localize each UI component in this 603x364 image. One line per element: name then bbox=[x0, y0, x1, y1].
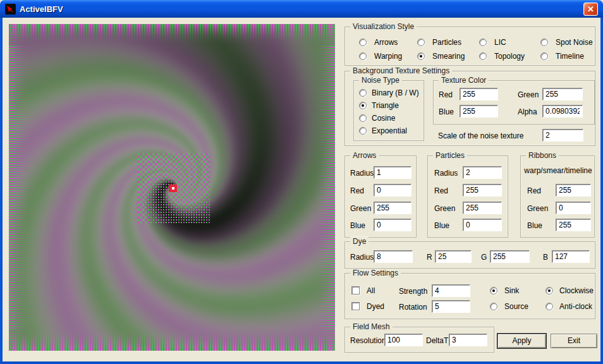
radio-anticlock-label: Anti-clock bbox=[559, 302, 592, 311]
radio-triangle-label: Triangle bbox=[372, 101, 399, 110]
texture-red-label: Red bbox=[439, 90, 453, 99]
window-border-bottom bbox=[0, 361, 603, 364]
radio-particles[interactable] bbox=[417, 39, 425, 46]
radio-binary-label: Binary (B / W) bbox=[372, 88, 419, 97]
rotation-input[interactable] bbox=[432, 300, 470, 313]
group-noise-type: Noise Type Binary (B / W) Triangle Cosin… bbox=[353, 80, 424, 141]
group-label: Field Mesh bbox=[350, 322, 393, 331]
group-label: Flow Settings bbox=[350, 269, 401, 277]
noise-scale-input[interactable] bbox=[542, 129, 583, 142]
radio-exponential[interactable] bbox=[359, 127, 367, 135]
radio-arrows-label: Arrows bbox=[374, 38, 398, 47]
flow-visualization-canvas[interactable] bbox=[9, 24, 335, 351]
particles-green-input[interactable] bbox=[463, 202, 502, 214]
window-title: ActiveIBFV bbox=[20, 4, 63, 14]
radio-smearing[interactable] bbox=[417, 52, 425, 60]
radio-sink-label: Sink bbox=[504, 286, 519, 295]
radio-arrows[interactable] bbox=[359, 39, 367, 46]
texture-green-input[interactable] bbox=[542, 88, 583, 100]
group-arrows: Arrows Radius Red Green Blue bbox=[344, 155, 417, 238]
apply-button[interactable]: Apply bbox=[497, 334, 546, 348]
texture-alpha-input[interactable] bbox=[542, 105, 583, 118]
texture-alpha-label: Alpha bbox=[518, 107, 537, 116]
window-border-left bbox=[0, 18, 3, 364]
particles-blue-label: Blue bbox=[434, 221, 449, 230]
radio-source[interactable] bbox=[490, 303, 497, 310]
group-particles: Particles Radius Red Green Blue bbox=[427, 155, 508, 238]
arrows-radius-label: Radius bbox=[350, 169, 374, 178]
group-texture-color: Texture Color Red Green Blue Alpha bbox=[433, 80, 595, 124]
group-label: Particles bbox=[433, 151, 467, 160]
group-field-mesh: Field Mesh Resolution DeltaT bbox=[344, 327, 494, 353]
radio-triangle[interactable] bbox=[359, 102, 367, 109]
radio-source-label: Source bbox=[504, 302, 528, 311]
group-label: Visualization Style bbox=[350, 22, 417, 31]
particles-green-label: Green bbox=[434, 204, 455, 213]
radio-exponential-label: Expoential bbox=[372, 126, 407, 135]
title-bar[interactable]: ActiveIBFV ✕ bbox=[0, 0, 603, 18]
client-area: Visualization Style Arrows Particles LIC… bbox=[3, 18, 600, 361]
radio-spot-noise-label: Spot Noise bbox=[556, 38, 593, 47]
ribbons-green-input[interactable] bbox=[556, 202, 591, 214]
window-border-right bbox=[600, 18, 603, 364]
deltat-input[interactable] bbox=[449, 334, 487, 346]
dye-radius-input[interactable] bbox=[374, 250, 413, 263]
radio-clockwise[interactable] bbox=[545, 287, 553, 294]
ribbons-blue-label: Blue bbox=[527, 221, 542, 230]
group-dye: Dye Radius R G B bbox=[344, 241, 595, 269]
particles-red-label: Red bbox=[434, 186, 448, 195]
dye-g-input[interactable] bbox=[490, 250, 530, 263]
radio-timeline[interactable] bbox=[540, 52, 548, 60]
particles-radius-input[interactable] bbox=[463, 166, 502, 179]
particles-red-input[interactable] bbox=[463, 184, 502, 197]
group-visualization-style: Visualization Style Arrows Particles LIC… bbox=[344, 27, 595, 66]
ribbons-red-input[interactable] bbox=[556, 184, 591, 197]
dye-g-label: G bbox=[481, 253, 487, 262]
radio-binary[interactable] bbox=[359, 89, 367, 97]
radio-cosine[interactable] bbox=[359, 114, 367, 122]
strength-input[interactable] bbox=[432, 284, 470, 297]
radio-warping[interactable] bbox=[359, 52, 367, 60]
exit-button[interactable]: Exit bbox=[551, 334, 597, 348]
radio-cosine-label: Cosine bbox=[372, 114, 395, 123]
noise-scale-label: Scale of the noise texture bbox=[438, 131, 523, 140]
arrows-red-input[interactable] bbox=[374, 184, 411, 197]
particles-blue-input[interactable] bbox=[463, 219, 502, 231]
group-label: Ribbons bbox=[526, 151, 559, 160]
radio-topology[interactable] bbox=[479, 52, 487, 60]
radio-lic-label: LIC bbox=[494, 38, 506, 47]
radio-smearing-label: Smearing bbox=[432, 52, 465, 61]
dye-r-input[interactable] bbox=[435, 250, 472, 263]
arrows-radius-input[interactable] bbox=[374, 166, 411, 179]
texture-green-label: Green bbox=[518, 90, 539, 99]
group-background-texture: Background Texture Settings Noise Type B… bbox=[344, 71, 595, 146]
texture-red-input[interactable] bbox=[460, 88, 498, 100]
resolution-input[interactable] bbox=[384, 334, 423, 346]
particles-radius-label: Radius bbox=[434, 169, 458, 178]
dye-radius-label: Radius bbox=[350, 253, 374, 262]
group-label: Noise Type bbox=[359, 76, 402, 85]
arrows-blue-label: Blue bbox=[350, 221, 365, 230]
group-label: Background Texture Settings bbox=[350, 66, 452, 75]
checkbox-all[interactable] bbox=[351, 286, 360, 294]
strength-label: Strength bbox=[399, 287, 427, 296]
checkbox-dyed[interactable] bbox=[351, 302, 360, 310]
radio-particles-label: Particles bbox=[432, 38, 461, 47]
close-button[interactable]: ✕ bbox=[583, 3, 598, 16]
ribbons-note: warp/smear/timeline bbox=[521, 166, 595, 175]
app-window: ActiveIBFV ✕ Visualization Style Arrows … bbox=[0, 0, 603, 364]
dye-b-input[interactable] bbox=[552, 250, 590, 263]
arrows-green-input[interactable] bbox=[374, 202, 411, 214]
arrows-green-label: Green bbox=[350, 204, 371, 213]
ribbons-blue-input[interactable] bbox=[556, 219, 591, 231]
dye-r-label: R bbox=[427, 253, 432, 262]
radio-lic[interactable] bbox=[479, 39, 487, 46]
radio-clockwise-label: Clockwise bbox=[559, 286, 594, 295]
radio-anticlock[interactable] bbox=[545, 303, 553, 310]
texture-blue-input[interactable] bbox=[460, 105, 498, 118]
radio-spot-noise[interactable] bbox=[540, 39, 548, 46]
ribbons-green-label: Green bbox=[527, 204, 548, 213]
arrows-blue-input[interactable] bbox=[374, 219, 411, 231]
deltat-label: DeltaT bbox=[426, 336, 448, 345]
radio-sink[interactable] bbox=[490, 287, 497, 294]
